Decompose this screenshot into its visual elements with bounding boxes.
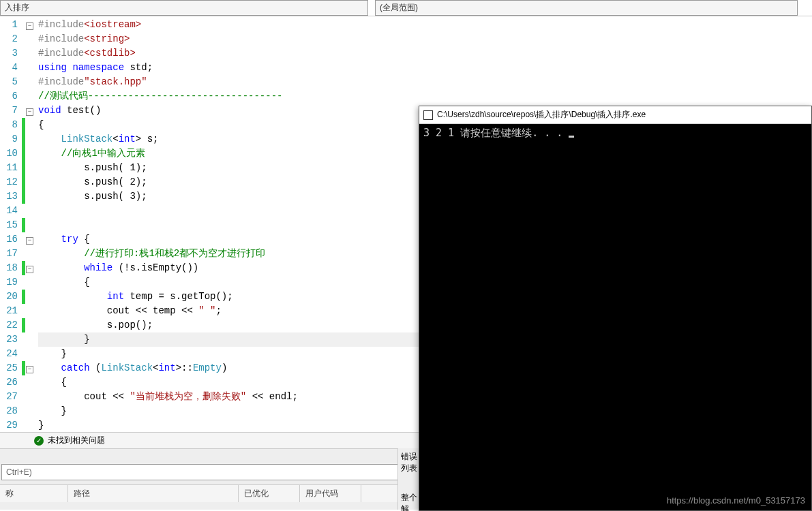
change-mark (22, 132, 25, 146)
line-number: 24 (0, 347, 18, 361)
fold-toggle[interactable]: − (26, 237, 33, 245)
scope-right-text: (全局范围) (380, 3, 418, 12)
line-number: 18 (0, 261, 18, 275)
change-mark (22, 146, 25, 161)
line-number: 11 (0, 161, 18, 175)
console-app-icon (423, 110, 433, 120)
change-mark (22, 290, 25, 304)
search-placeholder: Ctrl+E) (6, 467, 32, 477)
line-number: 19 (0, 275, 18, 290)
line-number: 5 (0, 75, 18, 89)
code-line[interactable]: #include<cstdlib> (38, 46, 812, 61)
line-number: 21 (0, 304, 18, 318)
code-line[interactable]: #include"stack.hpp" (38, 75, 812, 89)
watermark: https://blog.csdn.net/m0_53157173 (667, 495, 805, 506)
line-number: 8 (0, 118, 18, 132)
code-line[interactable]: //测试代码---------------------------------- (38, 89, 812, 104)
line-number: 20 (0, 290, 18, 304)
col-usercode[interactable]: 用户代码 (300, 485, 361, 502)
line-number: 3 (0, 46, 18, 61)
fold-toggle[interactable]: − (26, 22, 33, 30)
change-mark (22, 361, 25, 375)
col-name[interactable]: 称 (0, 485, 68, 502)
change-mark (22, 118, 25, 132)
line-number: 14 (0, 204, 18, 218)
change-mark (22, 218, 25, 232)
col-optimized[interactable]: 已优化 (239, 485, 300, 502)
code-line[interactable]: #include<iostream> (38, 18, 812, 32)
change-mark (22, 189, 25, 204)
line-number: 23 (0, 332, 18, 347)
code-line[interactable]: #include<string> (38, 32, 812, 46)
line-number: 9 (0, 132, 18, 146)
line-number: 29 (0, 418, 18, 433)
fold-toggle[interactable]: − (26, 266, 33, 273)
change-mark (22, 175, 25, 189)
line-number: 4 (0, 61, 18, 75)
line-number: 2 (0, 32, 18, 46)
code-line[interactable]: using namespace std; (38, 61, 812, 75)
line-number: 12 (0, 175, 18, 189)
line-number: 26 (0, 375, 18, 390)
line-number: 25 (0, 361, 18, 375)
fold-column[interactable]: −−−−− (26, 16, 38, 432)
line-number: 22 (0, 318, 18, 332)
check-icon: ✓ (34, 436, 44, 446)
col-path[interactable]: 路径 (68, 485, 239, 502)
console-output: 3 2 1 请按任意键继续. . . (419, 124, 811, 510)
line-number: 6 (0, 89, 18, 104)
change-mark (22, 261, 25, 275)
console-title-text: C:\Users\zdh\source\repos\插入排序\Debug\插入排… (437, 109, 646, 121)
line-number: 27 (0, 390, 18, 404)
line-number-gutter: 1234567891011121314151617181920212223242… (0, 16, 22, 432)
fold-toggle[interactable]: − (26, 366, 33, 373)
scope-dropdown-left[interactable]: 入排序 (0, 0, 368, 16)
change-mark (22, 161, 25, 175)
console-titlebar[interactable]: C:\Users\zdh\source\repos\插入排序\Debug\插入排… (419, 106, 811, 124)
line-number: 28 (0, 404, 18, 418)
line-number: 15 (0, 218, 18, 232)
console-window[interactable]: C:\Users\zdh\source\repos\插入排序\Debug\插入排… (419, 106, 812, 511)
fold-toggle[interactable]: − (26, 108, 33, 116)
status-text: 未找到相关问题 (48, 435, 105, 446)
change-mark (22, 318, 25, 332)
line-number: 17 (0, 247, 18, 261)
line-number: 13 (0, 189, 18, 204)
scope-left-text: 入排序 (5, 3, 29, 12)
line-number: 10 (0, 146, 18, 161)
line-number: 1 (0, 18, 18, 32)
line-number: 7 (0, 104, 18, 118)
console-cursor (569, 136, 574, 138)
scope-dropdown-right[interactable]: (全局范围) (375, 0, 798, 16)
line-number: 16 (0, 232, 18, 247)
